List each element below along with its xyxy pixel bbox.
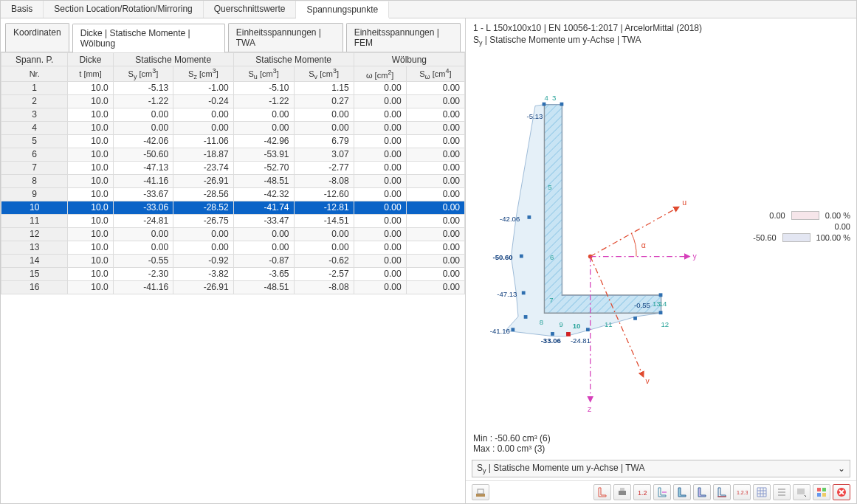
main-split: KoordinatenDicke | Statische Momente | W… <box>1 18 856 503</box>
svg-line-5 <box>591 207 679 257</box>
table-row[interactable]: 810.0-41.16-26.91-48.51-8.080.000.00 <box>1 174 465 187</box>
svg-rect-9 <box>527 215 531 219</box>
col-sw: Sω [cm4] <box>406 66 464 82</box>
minmax-readout: Min : -50.60 cm³ (6) Max : 0.00 cm³ (3) <box>466 430 856 457</box>
table-row[interactable]: 1610.0-41.16-26.91-48.51-8.080.000.00 <box>1 280 465 294</box>
dimension-button[interactable]: 1.2.3 <box>733 484 751 500</box>
axis-v-label: v <box>645 376 650 385</box>
svg-text:7: 7 <box>549 296 553 304</box>
axes-button[interactable] <box>653 484 671 500</box>
svg-rect-17 <box>633 317 637 320</box>
table-row[interactable]: 1410.0-0.55-0.92-0.87-0.620.000.00 <box>1 254 465 267</box>
data-table-wrap: Spann. P. Dicke Statische Momente Statis… <box>1 52 465 503</box>
lock-button[interactable] <box>472 484 489 500</box>
color-legend: 0.000.00 % 0.00 -50.60100.00 % <box>753 209 850 244</box>
print-button[interactable] <box>613 484 631 500</box>
svg-text:4: 4 <box>544 94 548 102</box>
table-row[interactable]: 1010.0-33.06-28.52-41.74-12.810.000.00 <box>1 201 465 214</box>
table-row[interactable]: 1110.0-24.81-26.75-33.47-14.510.000.00 <box>1 214 465 227</box>
color-options-button[interactable] <box>813 484 830 500</box>
sub-tab[interactable]: Dicke | Statische Momente | Wölbung <box>72 24 225 52</box>
svg-rect-53 <box>822 493 826 497</box>
section-outline-button[interactable] <box>593 484 611 500</box>
axis-z-label: z <box>588 405 591 414</box>
table-row[interactable]: 1210.00.000.000.000.000.000.00 <box>1 227 465 241</box>
top-tab[interactable]: Spannungspunkte <box>296 1 389 18</box>
svg-text:1.2.3: 1.2.3 <box>737 490 748 495</box>
app-window: BasisSection Location/Rotation/Mirroring… <box>0 0 857 504</box>
col-t: t [mm] <box>68 66 113 82</box>
svg-text:-50.60: -50.60 <box>493 254 513 262</box>
svg-rect-43 <box>619 491 626 495</box>
diagram-toolbar: 1.2 1.2.3 <box>466 480 856 503</box>
close-button[interactable] <box>833 484 850 500</box>
values-button[interactable]: 1.2 <box>633 484 651 500</box>
col-group-stat1: Statische Momente <box>113 53 233 66</box>
svg-text:-42.06: -42.06 <box>500 215 520 223</box>
svg-text:12: 12 <box>661 321 670 329</box>
svg-text:9: 9 <box>560 321 563 329</box>
table-row[interactable]: 410.00.000.000.000.000.000.00 <box>1 121 465 134</box>
stress-sz-button[interactable] <box>693 484 711 500</box>
svg-rect-10 <box>520 255 523 258</box>
list-button[interactable] <box>773 484 791 500</box>
display-options-button[interactable] <box>793 484 810 500</box>
diagram-title-2: Sy | Statische Momente um y-Achse | TWA <box>473 33 849 46</box>
top-tab[interactable]: Section Location/Rotation/Mirroring <box>44 1 203 18</box>
svg-rect-18 <box>659 311 663 315</box>
stress-tau-button[interactable] <box>713 484 731 500</box>
svg-rect-49 <box>797 489 805 494</box>
table-row[interactable]: 310.00.000.000.000.000.000.00 <box>1 108 465 121</box>
table-row[interactable]: 110.0-5.13-1.00-5.101.150.000.00 <box>1 81 465 94</box>
top-tab[interactable]: Querschnittswerte <box>204 1 297 18</box>
diagram-header: 1 - L 150x100x10 | EN 10056-1:2017 | Arc… <box>466 18 856 48</box>
grid-button[interactable] <box>753 484 771 500</box>
table-row[interactable]: 1310.00.000.000.000.000.000.00 <box>1 241 465 254</box>
col-sz: Sz [cm3] <box>173 66 233 82</box>
col-group-stat2: Statische Momente <box>233 53 354 66</box>
svg-rect-11 <box>522 291 526 295</box>
svg-rect-42 <box>478 489 483 494</box>
left-pane: KoordinatenDicke | Statische Momente | W… <box>1 18 466 503</box>
stress-sy-button[interactable] <box>673 484 691 500</box>
svg-rect-12 <box>524 315 528 319</box>
svg-rect-19 <box>659 294 663 297</box>
axis-u-label: u <box>682 198 686 207</box>
col-group-wolb: Wölbung <box>354 53 464 66</box>
sub-tab[interactable]: Koordinaten <box>5 23 69 52</box>
col-sy: Sy [cm3] <box>113 66 173 82</box>
svg-text:6: 6 <box>550 254 554 262</box>
svg-text:3: 3 <box>552 94 556 102</box>
max-value: Max : 0.00 cm³ (3) <box>473 443 849 454</box>
diagram-canvas[interactable]: y z u v α <box>466 48 856 429</box>
svg-text:-24.81: -24.81 <box>571 337 591 345</box>
svg-rect-51 <box>822 488 826 491</box>
svg-text:8: 8 <box>540 319 543 327</box>
svg-rect-16 <box>586 328 590 332</box>
table-row[interactable]: 510.0-42.06-11.06-42.966.790.000.00 <box>1 134 465 148</box>
data-table: Spann. P. Dicke Statische Momente Statis… <box>1 52 465 294</box>
table-row[interactable]: 910.0-33.67-28.56-42.32-12.600.000.00 <box>1 187 465 201</box>
table-row[interactable]: 210.0-1.22-0.24-1.220.270.000.00 <box>1 94 465 108</box>
axis-alpha-label: α <box>641 241 646 249</box>
svg-text:-0.55: -0.55 <box>634 302 650 310</box>
svg-text:-5.13: -5.13 <box>527 112 543 120</box>
result-selector[interactable]: Sy | Statische Momente um y-Achse | TWA … <box>472 460 850 477</box>
col-group-nr: Spann. P. <box>1 53 68 66</box>
svg-text:10: 10 <box>573 322 581 331</box>
col-su: Su [cm3] <box>233 66 294 82</box>
svg-rect-52 <box>817 493 821 497</box>
svg-text:-33.06: -33.06 <box>541 337 561 345</box>
table-row[interactable]: 610.0-50.60-18.87-53.913.070.000.00 <box>1 148 465 161</box>
svg-rect-41 <box>476 494 485 497</box>
table-row[interactable]: 1510.0-2.30-3.82-3.65-2.570.000.00 <box>1 267 465 280</box>
sub-tab[interactable]: Einheitsspannungen | FEM <box>346 23 461 52</box>
top-tab[interactable]: Basis <box>1 1 44 18</box>
col-nr: Nr. <box>1 66 68 82</box>
table-row[interactable]: 710.0-47.13-23.74-52.70-2.770.000.00 <box>1 161 465 174</box>
svg-rect-50 <box>817 488 821 491</box>
svg-text:5: 5 <box>548 183 551 191</box>
svg-rect-44 <box>620 488 624 491</box>
col-sv: Sv [cm3] <box>294 66 354 82</box>
sub-tab[interactable]: Einheitsspannungen | TWA <box>228 23 343 52</box>
